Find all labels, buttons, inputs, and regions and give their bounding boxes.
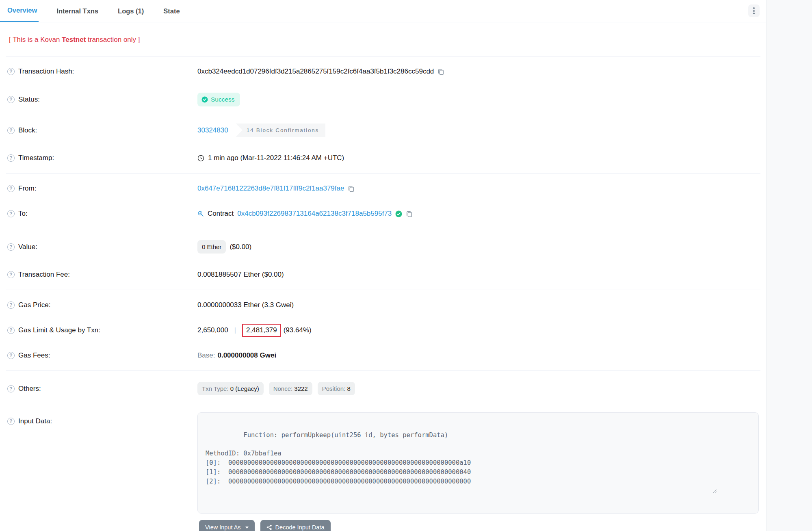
row-timestamp: ? Timestamp: 1 min ago (Mar-11-2022 11:4…	[7, 145, 759, 171]
tab-internal-txns[interactable]: Internal Txns	[55, 0, 100, 22]
row-gas-limit-usage: ? Gas Limit & Usage by Txn: 2,650,000 | …	[7, 318, 759, 343]
clock-icon	[197, 155, 204, 162]
chevron-down-icon	[245, 527, 249, 529]
transaction-card: Overview Internal Txns Logs (1) State [ …	[0, 0, 767, 531]
block-number-link[interactable]: 30324830	[197, 126, 228, 134]
kebab-icon	[753, 7, 755, 9]
row-status: ? Status: Success	[7, 84, 759, 115]
timestamp-label: Timestamp:	[18, 154, 54, 162]
tab-state[interactable]: State	[162, 0, 181, 22]
input-data-label: Input Data:	[18, 417, 52, 425]
decode-icon	[266, 524, 272, 530]
block-label: Block:	[18, 126, 37, 134]
to-contract-word: Contract	[208, 210, 234, 218]
section-overview-top: ? Transaction Hash: 0xcb324eedcd1d07296f…	[6, 56, 760, 173]
tab-bar: Overview Internal Txns Logs (1) State	[0, 0, 766, 22]
more-options-button[interactable]	[748, 4, 760, 17]
gas-fees-label: Gas Fees:	[18, 351, 50, 360]
magnifier-plus-icon[interactable]	[197, 210, 204, 217]
tab-overview[interactable]: Overview	[0, 0, 39, 22]
row-others: ? Others: Txn Type: 0 (Legacy) Nonce: 32…	[7, 373, 759, 404]
help-icon[interactable]: ?	[7, 352, 15, 359]
row-block: ? Block: 30324830 14 Block Confirmations	[7, 115, 759, 145]
txn-type-badge: Txn Type: 0 (Legacy)	[197, 382, 264, 395]
row-from: ? From: 0x647e7168122263d8e7f81f17fff9c2…	[7, 176, 759, 201]
section-others-input: ? Others: Txn Type: 0 (Legacy) Nonce: 32…	[6, 371, 760, 531]
others-label: Others:	[18, 385, 41, 393]
resize-grip-icon[interactable]	[712, 470, 757, 512]
help-icon[interactable]: ?	[7, 327, 15, 334]
help-icon[interactable]: ?	[7, 96, 15, 103]
notice-section: [ This is a Kovan Testnet transaction on…	[6, 22, 760, 56]
separator: |	[232, 326, 238, 334]
transaction-hash-value: 0xcb324eedcd1d07296fdf3d215a2865275f159c…	[197, 67, 434, 76]
help-icon[interactable]: ?	[7, 418, 15, 425]
transaction-fee-value: 0.0081885507 Ether ($0.00)	[197, 271, 284, 279]
row-input-data: ? Input Data: Function: performUpkeep(ui…	[7, 404, 759, 514]
row-gas-price: ? Gas Price: 0.0000000033 Ether (3.3 Gwe…	[7, 293, 759, 318]
help-icon[interactable]: ?	[7, 154, 15, 162]
from-address-link[interactable]: 0x647e7168122263d8e7f81f17fff9c2f1aa379f…	[197, 184, 344, 193]
help-icon[interactable]: ?	[7, 68, 15, 75]
row-gas-fees: ? Gas Fees: Base: 0.000000008 Gwei	[7, 343, 759, 368]
verified-check-icon	[395, 210, 402, 217]
input-data-actions: View Input As Decode Input Data	[199, 520, 759, 531]
section-value-fee: ? Value: 0 Ether ($0.00) ? Transaction F…	[6, 229, 760, 290]
copy-icon[interactable]	[437, 68, 444, 75]
help-icon[interactable]: ?	[7, 385, 15, 392]
row-transaction-fee: ? Transaction Fee: 0.0081885507 Ether ($…	[7, 262, 759, 287]
transaction-fee-label: Transaction Fee:	[18, 271, 70, 279]
view-input-as-button[interactable]: View Input As	[199, 520, 255, 531]
transaction-hash-label: Transaction Hash:	[18, 67, 74, 76]
gas-base-label: Base:	[197, 351, 215, 360]
input-data-textarea[interactable]: Function: performUpkeep(uint256 id, byte…	[197, 412, 759, 514]
gas-used-highlight-box: 2,481,379	[242, 324, 281, 337]
gas-price-value: 0.0000000033 Ether (3.3 Gwei)	[197, 301, 294, 309]
row-transaction-hash: ? Transaction Hash: 0xcb324eedcd1d07296f…	[7, 59, 759, 84]
value-ether-badge: 0 Ether	[197, 240, 226, 254]
help-icon[interactable]: ?	[7, 271, 15, 278]
status-badge: Success	[197, 93, 240, 106]
help-icon[interactable]: ?	[7, 185, 15, 192]
value-label: Value:	[18, 243, 37, 251]
timestamp-value: 1 min ago (Mar-11-2022 11:46:24 AM +UTC)	[208, 154, 344, 162]
status-value: Success	[211, 96, 235, 103]
block-confirmations-badge: 14 Block Confirmations	[236, 124, 325, 137]
gas-base-value: 0.000000008 Gwei	[217, 351, 276, 360]
tab-logs[interactable]: Logs (1)	[116, 0, 145, 22]
gas-limit-value: 2,650,000	[197, 326, 228, 334]
to-address-link[interactable]: 0x4cb093f226983713164a62138c3f718a5b595f…	[237, 210, 392, 218]
to-label: To:	[18, 210, 28, 218]
input-data-content: Function: performUpkeep(uint256 id, byte…	[206, 431, 471, 485]
row-to: ? To: Contract 0x4cb093f226983713164a621…	[7, 201, 759, 226]
gas-limit-usage-label: Gas Limit & Usage by Txn:	[18, 326, 100, 334]
gas-price-label: Gas Price:	[18, 301, 50, 309]
testnet-notice: [ This is a Kovan Testnet transaction on…	[7, 25, 759, 54]
check-circle-icon	[201, 96, 208, 103]
transaction-page: Overview Internal Txns Logs (1) State [ …	[0, 0, 812, 531]
help-icon[interactable]: ?	[7, 301, 15, 309]
from-label: From:	[18, 184, 36, 193]
help-icon[interactable]: ?	[7, 127, 15, 134]
section-gas: ? Gas Price: 0.0000000033 Ether (3.3 Gwe…	[6, 290, 760, 371]
gas-used-percent: (93.64%)	[284, 326, 312, 334]
position-badge: Position: 8	[318, 382, 355, 395]
copy-icon[interactable]	[406, 210, 413, 217]
row-value: ? Value: 0 Ether ($0.00)	[7, 232, 759, 262]
decode-input-data-button[interactable]: Decode Input Data	[260, 520, 331, 531]
help-icon[interactable]: ?	[7, 210, 15, 217]
copy-icon[interactable]	[348, 185, 355, 192]
status-label: Status:	[18, 95, 40, 104]
help-icon[interactable]: ?	[7, 243, 15, 251]
section-parties: ? From: 0x647e7168122263d8e7f81f17fff9c2…	[6, 173, 760, 229]
value-usd: ($0.00)	[230, 243, 251, 251]
nonce-badge: Nonce: 3222	[269, 382, 312, 395]
